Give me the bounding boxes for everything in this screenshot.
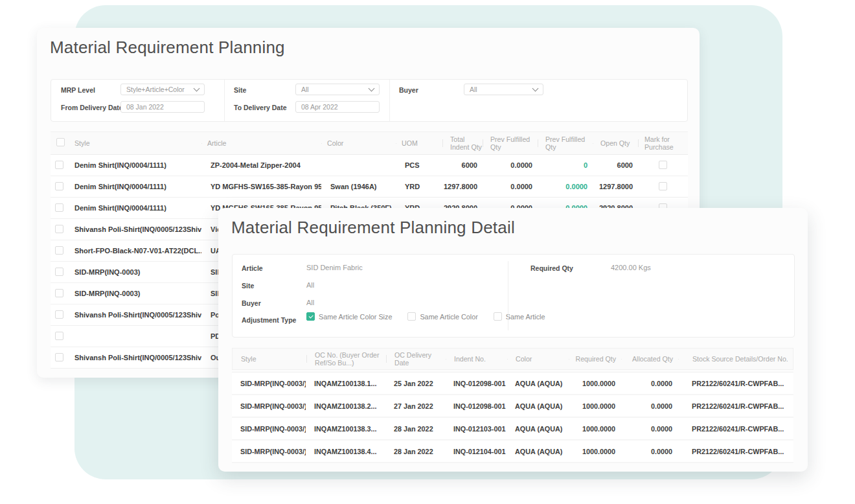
table-row: SID-MRP(INQ-0003/) INQAMZ100138.2... 27 … — [232, 395, 793, 418]
row-checkbox[interactable] — [55, 225, 63, 233]
cell-uom: YRD — [396, 183, 442, 190]
detail-table-header: Style OC No. (Buyer Order Ref/So Bu...) … — [232, 348, 793, 370]
col-mark-for-purchase: Mark for Purchase — [638, 135, 688, 151]
cell-style: SID-MRP(INQ-0003/) — [232, 402, 306, 410]
cell-oc-delivery-date: 28 Jan 2022 — [385, 425, 445, 433]
cell-oc-delivery-date: 25 Jan 2022 — [385, 380, 445, 387]
mrp-level-value: Style+Article+Color — [126, 86, 185, 93]
col-allocated-qty: Allocated Qty — [621, 355, 678, 363]
col-total-indent-qty: Total Indent Qty — [442, 135, 483, 151]
cell-indent-no: INQ-012104-001 — [445, 448, 507, 455]
cell-style: SID-MRP(INQ-0003) — [69, 268, 201, 276]
cell-style: Shivansh Poli-Shirt(INQ/0005/123Shiv...) — [69, 225, 201, 233]
cell-stock-source: PR2122/60241/R-CWPFAB... — [678, 380, 793, 387]
row-checkbox[interactable] — [55, 268, 63, 276]
cell-required-qty: 1000.0000 — [568, 448, 621, 455]
cell-style: SID-MRP(INQ-0003) — [69, 290, 201, 297]
mrp-table-header: Style Article Color UOM Total Indent Qty… — [51, 132, 688, 155]
cell-oc-no: INQAMZ100138.3... — [306, 425, 385, 433]
col-required-qty: Required Qty — [569, 355, 621, 363]
detail-table: Style OC No. (Buyer Order Ref/So Bu...) … — [232, 348, 793, 463]
col-style: Style — [69, 139, 201, 147]
to-delivery-date-input[interactable]: 08 Apr 2022 — [295, 101, 380, 113]
buyer-select[interactable]: All — [464, 84, 543, 95]
info-divider — [508, 261, 508, 330]
row-checkbox[interactable] — [55, 332, 63, 340]
row-checkbox[interactable] — [55, 203, 63, 212]
cell-allocated-qty: 0.0000 — [621, 448, 678, 455]
cell-style: Denim Shirt(INQ/0004/1111) — [69, 161, 201, 169]
cell-color: AQUA (AQUA) — [507, 380, 568, 387]
col-uom: UOM — [396, 139, 442, 147]
checkbox-checked-icon[interactable] — [306, 312, 315, 321]
buyer-label: Buyer — [399, 86, 418, 94]
cell-color: AQUA (AQUA) — [507, 425, 568, 433]
cell-indent-no: INQ-012098-001 — [445, 402, 507, 410]
site-label: Site — [234, 86, 246, 94]
col-prev-fulfilled-qty-2: Prev Fulfilled Qty — [538, 135, 593, 151]
adjustment-option[interactable]: Same Article Color — [407, 312, 477, 321]
site-select[interactable]: All — [295, 84, 380, 95]
mark-for-purchase-checkbox[interactable] — [659, 182, 667, 190]
row-checkbox[interactable] — [55, 310, 63, 319]
detail-info-panel: Article SID Denim Fabric Site All Buyer … — [232, 254, 795, 338]
adjustment-type-label: Adjustment Type — [242, 316, 296, 324]
chevron-down-icon — [532, 86, 539, 92]
cell-total-indent-qty: 6000 — [442, 161, 483, 169]
col-stock-source: Stock Source Details/Order No. — [678, 355, 794, 363]
mrp-detail-window: Material Requirement Planning Detail Art… — [218, 208, 808, 472]
cell-open-qty: 6000 — [593, 161, 638, 169]
site-value: All — [306, 281, 314, 289]
from-delivery-date-input[interactable]: 08 Jan 2022 — [120, 101, 205, 113]
adjustment-option-label: Same Article — [506, 313, 545, 321]
cell-article: YD MGFHS-SW165-385-Rayon 95% Spa... — [201, 183, 321, 190]
row-checkbox[interactable] — [55, 161, 63, 169]
buyer-value: All — [306, 299, 314, 306]
select-all-checkbox[interactable] — [56, 138, 65, 146]
site-label: Site — [242, 282, 254, 290]
buyer-value: All — [470, 86, 477, 93]
cell-prev-fulfilled-qty: 0.0000 — [483, 161, 538, 169]
cell-color: AQUA (AQUA) — [507, 448, 568, 455]
col-oc-no: OC No. (Buyer Order Ref/So Bu...) — [306, 351, 386, 367]
cell-oc-delivery-date: 28 Jan 2022 — [385, 448, 445, 455]
from-delivery-date-value: 08 Jan 2022 — [126, 103, 164, 111]
filter-divider — [389, 80, 390, 121]
cell-oc-delivery-date: 27 Jan 2022 — [385, 402, 445, 410]
col-color: Color — [507, 355, 569, 363]
col-prev-fulfilled-qty: Prev Fulfilled Qty — [483, 135, 538, 151]
cell-style: Denim Shirt(INQ/0004/1111) — [69, 183, 201, 190]
article-value: SID Denim Fabric — [306, 264, 363, 271]
mrp-level-select[interactable]: Style+Article+Color — [120, 84, 205, 95]
table-row: SID-MRP(INQ-0003/) INQAMZ100138.3... 28 … — [232, 418, 793, 441]
mark-for-purchase-checkbox[interactable] — [659, 161, 667, 169]
row-checkbox[interactable] — [55, 353, 63, 361]
cell-indent-no: INQ-012103-001 — [445, 425, 507, 433]
checkbox-icon[interactable] — [494, 312, 502, 321]
adjustment-option-label: Same Article Color Size — [319, 313, 392, 321]
article-label: Article — [242, 264, 263, 272]
adjustment-option[interactable]: Same Article Color Size — [306, 312, 392, 321]
col-indent-no: Indent No. — [446, 355, 507, 363]
cell-open-qty: 1297.8000 — [593, 183, 638, 190]
cell-stock-source: PR2122/60241/R-CWPFAB... — [678, 448, 793, 455]
cell-allocated-qty: 0.0000 — [621, 402, 678, 410]
cell-stock-source: PR2122/60241/R-CWPFAB... — [678, 425, 793, 433]
detail-table-body: SID-MRP(INQ-0003/) INQAMZ100138.1... 25 … — [232, 372, 793, 463]
cell-oc-no: INQAMZ100138.2... — [306, 402, 385, 410]
adjustment-option[interactable]: Same Article — [494, 312, 545, 321]
buyer-label: Buyer — [242, 299, 261, 307]
row-checkbox[interactable] — [55, 182, 63, 190]
row-checkbox[interactable] — [55, 246, 63, 255]
row-checkbox[interactable] — [55, 289, 63, 297]
cell-style: Shivansh Poli-Shirt(INQ/0005/123Shiv...) — [69, 354, 201, 361]
adjustment-options: Same Article Color Size Same Article Col… — [306, 312, 545, 321]
cell-color: Swan (1946A) — [321, 183, 396, 190]
checkbox-icon[interactable] — [407, 312, 416, 321]
cell-style: Short-FPO-Black-N07-V01-AT22(DCL... — [69, 247, 201, 255]
chevron-down-icon — [194, 86, 200, 92]
cell-required-qty: 1000.0000 — [568, 402, 621, 410]
detail-page-title: Material Requirement Planning Detail — [231, 218, 515, 238]
cell-uom: PCS — [396, 161, 442, 169]
col-open-qty: Open Qty — [593, 139, 638, 147]
